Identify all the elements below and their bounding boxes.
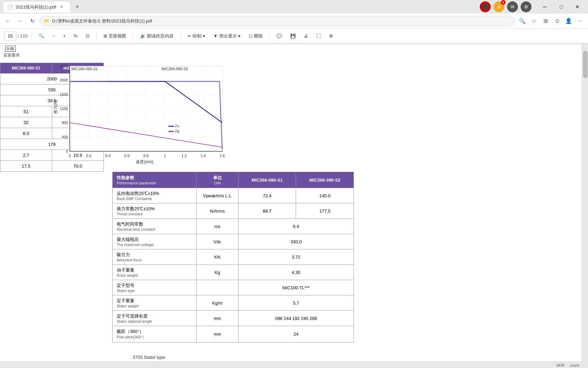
maximize-button[interactable]: □ [553, 1, 569, 12]
svg-text:400: 400 [62, 135, 68, 139]
performance-chart: 2400 2000 1600 1200 800 400 0 0 0.2 0.4 … [53, 63, 233, 172]
pdf-area: 0.05 安装要求 MIC266-090-S1 MIC266-090-S2 20… [0, 44, 588, 368]
param-pole-pitch: 极距（360°） Pole pitch(360°） [113, 326, 197, 342]
unit-voltage: Vdc [196, 234, 238, 249]
table-row: 推力常数25℃±10% Thrust constant N/Arms 88.7 … [113, 203, 354, 219]
svg-text:1200: 1200 [60, 107, 68, 111]
val-rotor-merged: 4.30 [238, 265, 354, 280]
minimize-button[interactable]: ─ [537, 1, 553, 12]
table-row: 吸引力 Attractive force KN 3.72 [113, 249, 354, 265]
bookmark-button[interactable]: ☆ [529, 16, 539, 26]
page-number-input[interactable] [4, 32, 16, 41]
table-row: 定子重量 Stator weight Kg/m 5.7 [113, 295, 354, 311]
zoom-out-button[interactable]: − [50, 32, 58, 40]
more-button[interactable]: ··· [575, 16, 585, 26]
collections-button[interactable]: ⊞ [540, 16, 551, 26]
page-view-button[interactable]: ⊞ 页面视图 [101, 32, 129, 41]
val-elec-merged: 6.4 [238, 219, 354, 234]
profile-button[interactable]: 👤 [564, 16, 574, 26]
table-row: 定子型号 Stator type MIC100-TL*** [113, 280, 354, 295]
zoom-in-button[interactable]: + [61, 32, 69, 40]
unit-thrust: N/Arms [196, 203, 238, 219]
svg-text:MIC266-090-S2: MIC266-090-S2 [162, 67, 188, 71]
close-button[interactable]: ✕ [570, 1, 585, 12]
chart-area: 2400 2000 1600 1200 800 400 0 0 0.2 0.4 … [53, 63, 233, 172]
table-row: 动子重量 Rotor weight Kg 4.30 [113, 265, 354, 280]
unit-attract: KN [196, 249, 238, 265]
svg-text:0: 0 [69, 154, 71, 158]
param-stator-type: 定子型号 Stator type [113, 280, 197, 295]
separator-2 [96, 33, 97, 40]
param-stator-length: 定子可选择长度 Stator optional length [113, 311, 197, 326]
svg-text:Fp: Fp [175, 129, 180, 133]
svg-text:1600: 1600 [60, 92, 68, 96]
fit-page-button[interactable]: ⊡ [83, 32, 92, 40]
svg-text:800: 800 [62, 121, 68, 125]
svg-text:1.6: 1.6 [219, 154, 225, 158]
fullscreen-button[interactable]: ⛶ [314, 32, 324, 40]
separator-5 [270, 33, 270, 40]
new-tab-button[interactable]: + [72, 2, 82, 12]
page-number-box: / 110 [4, 32, 28, 41]
svg-rect-37 [168, 126, 174, 127]
unit-stator-weight: Kg/m [196, 295, 238, 311]
performance-table: 性能参数 Performance parameter 单位 Unit MIC26… [112, 172, 354, 342]
scroll-thumb[interactable] [583, 51, 588, 78]
settings-pdf-button[interactable]: ⚙ [326, 32, 336, 40]
val-pole-pitch-merged: 24 [238, 326, 354, 342]
highlight-button[interactable]: ▼ 突出显示 ▾ [211, 32, 243, 41]
nav-icons: 🔍 ☆ ⊞ ⊙ 👤 ··· [517, 16, 585, 26]
col-header-unit: 单位 Unit [196, 172, 238, 188]
comment-button[interactable]: 💬 [274, 32, 285, 40]
search-button[interactable]: 🔍 [517, 16, 527, 26]
search-pdf-button[interactable]: 🔍 [36, 32, 47, 40]
param-attract: 吸引力 Attractive force [113, 249, 197, 265]
left-header-s1: MIC266-090-S1 [0, 63, 52, 74]
unit-bemf: Vpeak/m/s L-L [196, 188, 238, 203]
svg-text:1.2: 1.2 [181, 154, 186, 158]
back-button[interactable]: ← [3, 16, 13, 26]
svg-text:1.4: 1.4 [200, 154, 206, 158]
refresh-button[interactable]: ↻ [27, 16, 37, 26]
address-url: D:/资料e/桌面文件备份/1.资料/2021线马科技(1).pdf [52, 18, 511, 24]
val-thrust-s2: 177.5 [296, 203, 354, 219]
tab-close-button[interactable]: ✕ [59, 4, 64, 10]
svg-text:1: 1 [164, 154, 166, 158]
col-header-param: 性能参数 Performance parameter [113, 172, 197, 188]
val-voltage-merged: 330.0 [238, 234, 354, 249]
rotate-button[interactable]: ↻ [71, 32, 80, 40]
param-elec: 电气时间常数 Electrical time constant [113, 219, 197, 234]
draw-button[interactable]: ✏ 绘制 ▾ [185, 32, 208, 41]
param-bemf: 反向电动势25℃±10% Back EMF Constants [113, 188, 197, 203]
val-bemf-s2: 145.0 [296, 188, 354, 203]
nav-bar: ← → ↻ 📁 D:/资料e/桌面文件备份/1.资料/2021线马科技(1).p… [0, 14, 588, 29]
val-thrust-s1: 88.7 [238, 203, 296, 219]
read-aloud-button[interactable]: 🔊 朗读此页内容 [137, 32, 176, 41]
val-attract-merged: 3.72 [238, 249, 354, 265]
svg-text:2400: 2400 [60, 64, 68, 68]
table-header-row: 性能参数 Performance parameter 单位 Unit MIC26… [113, 172, 354, 188]
unit-stator-length: mm [196, 311, 238, 326]
unit-stator-type [196, 280, 238, 295]
bottom-stator-text: 3703 Stator type [133, 355, 165, 360]
col-header-s2: MIC266-090-S2 [296, 172, 354, 188]
active-tab[interactable]: 📄 2021线马科技(1).pdf ✕ [3, 1, 71, 13]
left-row-60: 6.0 [0, 128, 52, 139]
separator-4 [180, 33, 181, 40]
print-button[interactable]: 🖨 [301, 32, 311, 40]
forward-button[interactable]: → [15, 16, 25, 26]
file-icon: 📁 [44, 18, 49, 24]
pdf-scrollbar[interactable] [582, 44, 588, 368]
save-button[interactable]: 💾 [288, 32, 298, 40]
tab-title: 2021线马科技(1).pdf [16, 4, 56, 10]
table-row: 极距（360°） Pole pitch(360°） mm 24 [113, 326, 354, 342]
svg-text:推力(N): 推力(N) [53, 100, 58, 114]
svg-text:0.2: 0.2 [86, 154, 91, 158]
table-row: 反向电动势25℃±10% Back EMF Constants Vpeak/m/… [113, 188, 354, 203]
address-bar[interactable]: 📁 D:/资料e/桌面文件备份/1.资料/2021线马科技(1).pdf [39, 16, 515, 26]
table-row: 电气时间常数 Electrical time constant ms 6.4 [113, 219, 354, 234]
downloads-button[interactable]: ⊙ [552, 16, 562, 26]
val-stator-length-merged: 096 144 192 240 288 [238, 311, 354, 326]
erase-button[interactable]: ◻ 擦除 [246, 32, 265, 41]
notification-badge: ⚠ 6 [493, 1, 504, 12]
